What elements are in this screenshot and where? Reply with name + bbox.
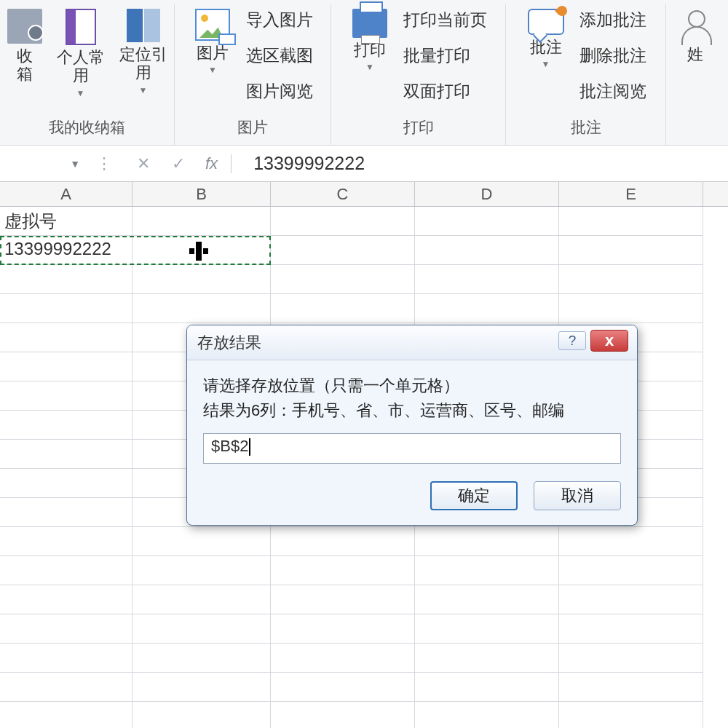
dialog-text-1: 请选择存放位置（只需一个单元格）: [203, 373, 621, 398]
print-batch[interactable]: 批量打印: [403, 44, 487, 67]
notebook-icon: [66, 9, 96, 45]
dialog-title: 存放结果: [197, 332, 261, 354]
dialog-title-bar[interactable]: 存放结果 ? x: [187, 325, 637, 360]
comment-icon: [528, 9, 564, 35]
cell-C1[interactable]: [271, 207, 415, 236]
chevron-down-icon: ▼: [70, 158, 80, 170]
print-duplex[interactable]: 双面打印: [403, 80, 487, 103]
group-label: 图片: [175, 116, 331, 142]
import-picture[interactable]: 导入图片: [246, 9, 313, 31]
dialog-close-button[interactable]: x: [590, 330, 628, 352]
group-label: 我的收纳箱: [0, 116, 174, 142]
column-headers: A B C D E: [0, 182, 728, 207]
cell-B2[interactable]: [132, 236, 271, 265]
dialog-ok-button[interactable]: 确定: [430, 481, 518, 510]
comment-submenu: 添加批注 删除批注 批注阅览: [578, 6, 652, 115]
row-1: 虚拟号: [0, 207, 728, 236]
col-header-B[interactable]: B: [132, 182, 271, 206]
dialog-text-2: 结果为6列：手机号、省、市、运营商、区号、邮编: [203, 398, 621, 423]
col-header-E[interactable]: E: [559, 182, 703, 206]
cell-E2[interactable]: [559, 236, 703, 265]
dialog-range-input[interactable]: $B$2: [203, 433, 621, 464]
group-label: 批注: [506, 116, 665, 142]
view-comment[interactable]: 批注阅览: [579, 80, 646, 103]
add-comment[interactable]: 添加批注: [579, 9, 646, 31]
capture-area[interactable]: 选区截图: [246, 44, 313, 67]
cell-A2[interactable]: 13399992222: [0, 236, 132, 265]
name-button[interactable]: 姓: [673, 6, 717, 115]
cell-E1[interactable]: [559, 207, 703, 236]
cancel-formula-icon[interactable]: ✕: [137, 154, 150, 173]
cell-D1[interactable]: [415, 207, 559, 236]
panes-icon: [127, 9, 160, 42]
printer-icon: [352, 9, 387, 38]
delete-comment[interactable]: 删除批注: [579, 44, 646, 67]
group-label: 打印: [331, 116, 505, 142]
person-icon: [678, 9, 712, 42]
formula-bar: ▼ ⋮ ✕ ✓ fx 13399992222: [0, 146, 728, 182]
ribbon-group-name: 姓: [666, 4, 724, 145]
accept-formula-icon[interactable]: ✓: [172, 154, 185, 173]
fx-label[interactable]: fx: [205, 154, 232, 173]
ribbon-group-picture: 图片 ▼ 导入图片 选区截图 图片阅览 图片: [175, 4, 331, 145]
ribbon-group-favorites: 收 箱 个人常用 ▼ 定位引用 ▼ 我的收纳箱: [0, 4, 175, 145]
name-box[interactable]: ▼: [7, 151, 84, 177]
ribbon: 收 箱 个人常用 ▼ 定位引用 ▼ 我的收纳箱 图片 ▼ 导入图片: [0, 0, 728, 146]
col-header-C[interactable]: C: [271, 182, 415, 206]
result-location-dialog: 存放结果 ? x 请选择存放位置（只需一个单元格） 结果为6列：手机号、省、市、…: [186, 325, 638, 526]
row-2: 13399992222: [0, 236, 728, 265]
picture-button[interactable]: 图片 ▼: [186, 6, 239, 115]
toolbox-button[interactable]: 收 箱: [3, 6, 47, 115]
picture-submenu: 导入图片 选区截图 图片阅览: [245, 6, 319, 115]
personal-button[interactable]: 个人常用 ▼: [52, 6, 109, 115]
cell-D2[interactable]: [415, 236, 559, 265]
dialog-cancel-button[interactable]: 取消: [534, 481, 621, 510]
toolbox-icon: [7, 9, 42, 44]
print-submenu: 打印当前页 批量打印 双面打印: [402, 6, 493, 115]
col-header-D[interactable]: D: [415, 182, 559, 206]
cell-A1[interactable]: 虚拟号: [0, 207, 132, 236]
col-header-A[interactable]: A: [0, 182, 132, 206]
view-picture[interactable]: 图片阅览: [246, 80, 313, 103]
separator: ⋮: [92, 154, 116, 173]
print-current[interactable]: 打印当前页: [403, 9, 487, 31]
dialog-help-button[interactable]: ?: [558, 331, 586, 350]
cell-B1[interactable]: [132, 207, 271, 236]
ribbon-group-comment: 批注 ▼ 添加批注 删除批注 批注阅览 批注: [506, 4, 666, 145]
comment-button[interactable]: 批注 ▼: [520, 6, 572, 115]
cell-C2[interactable]: [271, 236, 415, 265]
locate-ref-button[interactable]: 定位引用 ▼: [115, 6, 172, 115]
print-button[interactable]: 打印 ▼: [344, 6, 396, 115]
formula-input[interactable]: 13399992222: [239, 153, 728, 174]
ribbon-group-print: 打印 ▼ 打印当前页 批量打印 双面打印 打印: [331, 4, 506, 145]
